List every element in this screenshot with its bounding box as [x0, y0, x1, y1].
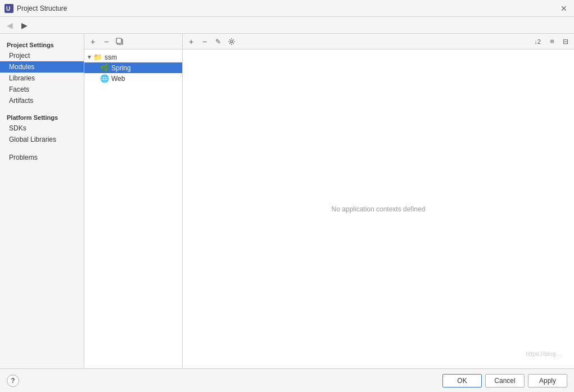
forward-button[interactable]: ▶: [18, 19, 30, 31]
tree-node-spring[interactable]: 🌿 Spring: [84, 62, 182, 73]
tree-node-spring-label: Spring: [111, 64, 131, 72]
detail-collapse-button[interactable]: ≡: [546, 36, 558, 47]
other-section: Problems: [0, 152, 84, 163]
web-icon: 🌐: [100, 74, 109, 83]
close-button[interactable]: ✕: [558, 3, 570, 14]
window-title: Project Structure: [17, 4, 67, 12]
sidebar-item-sdks[interactable]: SDKs: [0, 123, 84, 134]
svg-text:U: U: [6, 6, 10, 12]
detail-content: No application contexts defined: [183, 49, 574, 368]
sidebar-item-project[interactable]: Project: [0, 50, 84, 61]
detail-edit-button[interactable]: ✎: [212, 36, 224, 47]
tree-node-web[interactable]: 🌐 Web: [84, 73, 182, 84]
platform-settings-label: Platform Settings: [0, 111, 84, 123]
sidebar-item-global-libraries[interactable]: Global Libraries: [0, 134, 84, 145]
help-button[interactable]: ?: [7, 375, 19, 387]
tree-toolbar: + −: [84, 34, 182, 49]
apply-button[interactable]: Apply: [528, 374, 567, 388]
sidebar: Project Settings Project Modules Librari…: [0, 34, 84, 368]
folder-icon: 📁: [93, 53, 102, 61]
sidebar-item-modules[interactable]: Modules: [0, 61, 84, 73]
title-bar: U Project Structure ✕: [0, 0, 574, 17]
sidebar-item-artifacts[interactable]: Artifacts: [0, 95, 84, 106]
tree-copy-button[interactable]: [114, 36, 126, 47]
spring-icon: 🌿: [100, 64, 109, 72]
bottom-bar: ? OK Cancel Apply: [0, 368, 574, 392]
tree-node-web-label: Web: [111, 75, 125, 83]
back-button[interactable]: ◀: [3, 19, 16, 31]
sidebar-item-libraries[interactable]: Libraries: [0, 73, 84, 84]
main-container: ◀ ▶ Project Settings Project Modules Lib…: [0, 17, 574, 392]
empty-message: No application contexts defined: [332, 205, 426, 213]
detail-add-button[interactable]: +: [185, 36, 197, 47]
module-tree-panel: + − ▼ 📁 ssm 🌿: [84, 34, 183, 368]
sidebar-item-problems[interactable]: Problems: [0, 152, 84, 163]
content-area: Project Settings Project Modules Librari…: [0, 34, 574, 368]
detail-sort-button[interactable]: ↓2: [530, 36, 545, 47]
cancel-button[interactable]: Cancel: [485, 374, 525, 388]
project-settings-label: Project Settings: [0, 38, 84, 50]
detail-toolbar-left: + − ✎: [185, 36, 238, 47]
svg-rect-3: [116, 38, 121, 43]
tree-add-button[interactable]: +: [87, 36, 99, 47]
svg-point-4: [230, 40, 233, 43]
detail-settings-button[interactable]: [225, 36, 238, 47]
detail-toolbar-right: ↓2 ≡ ⊟: [530, 36, 572, 47]
nav-bar: ◀ ▶: [0, 17, 574, 34]
tree-node-ssm[interactable]: ▼ 📁 ssm: [84, 52, 182, 62]
detail-toolbar: + − ✎ ↓2 ≡ ⊟: [183, 34, 574, 49]
detail-remove-button[interactable]: −: [198, 36, 211, 47]
ok-button[interactable]: OK: [442, 374, 482, 388]
detail-panel: + − ✎ ↓2 ≡ ⊟ No applica: [183, 34, 574, 368]
app-icon: U: [4, 4, 13, 13]
tree-node-ssm-label: ssm: [105, 53, 117, 61]
tree-remove-button[interactable]: −: [100, 36, 112, 47]
sidebar-item-facets[interactable]: Facets: [0, 84, 84, 95]
tree-content: ▼ 📁 ssm 🌿 Spring 🌐 Web: [84, 49, 182, 368]
detail-filter-button[interactable]: ⊟: [559, 36, 572, 47]
expand-arrow-ssm: ▼: [87, 54, 93, 60]
